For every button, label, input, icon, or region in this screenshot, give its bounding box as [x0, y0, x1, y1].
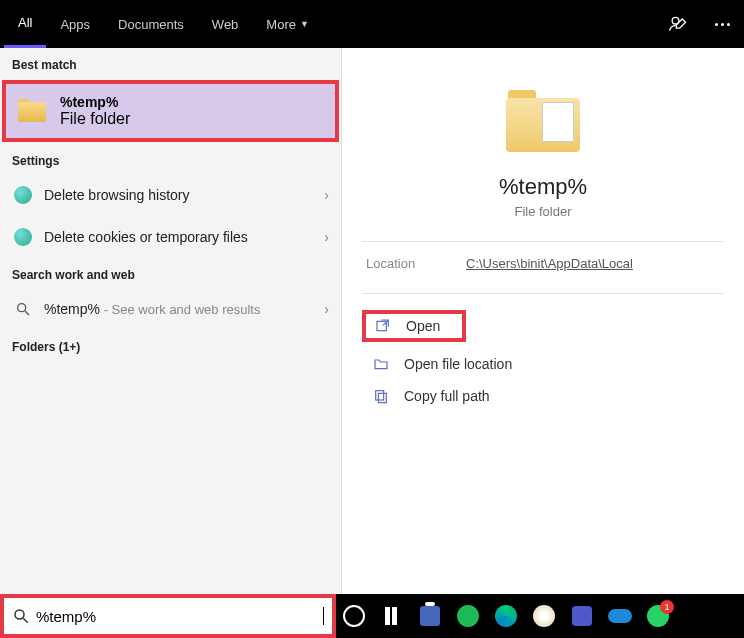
notification-badge: 1	[660, 600, 674, 614]
svg-rect-5	[378, 393, 386, 402]
action-copy-full-path[interactable]: Copy full path	[362, 380, 724, 412]
best-match-result[interactable]: %temp% File folder	[2, 80, 339, 142]
best-match-title: %temp%	[60, 94, 130, 110]
settings-item-delete-cookies[interactable]: Delete cookies or temporary files ›	[0, 216, 341, 258]
more-options-icon[interactable]	[710, 12, 734, 36]
preview-subtitle: File folder	[362, 204, 724, 219]
settings-header: Settings	[0, 144, 341, 174]
teams-icon[interactable]	[570, 604, 594, 628]
folders-header: Folders (1+)	[0, 330, 341, 360]
copy-icon	[372, 388, 390, 404]
tab-more[interactable]: More▼	[252, 0, 323, 48]
tab-apps[interactable]: Apps	[46, 0, 104, 48]
search-filter-tabs: All Apps Documents Web More▼	[0, 0, 744, 48]
action-open[interactable]: Open	[362, 310, 466, 342]
chevron-down-icon: ▼	[300, 19, 309, 29]
open-icon	[374, 318, 392, 334]
search-web-result[interactable]: %temp% - See work and web results ›	[0, 288, 341, 330]
folder-large-icon	[502, 88, 584, 156]
onedrive-icon[interactable]	[608, 604, 632, 628]
task-view-icon[interactable]	[380, 604, 404, 628]
globe-icon	[12, 184, 34, 206]
search-icon	[12, 298, 34, 320]
work-web-header: Search work and web	[0, 258, 341, 288]
preview-panel: %temp% File folder Location C:\Users\bin…	[342, 48, 744, 594]
settings-item-delete-history[interactable]: Delete browsing history ›	[0, 174, 341, 216]
search-box[interactable]	[0, 594, 336, 638]
svg-point-6	[15, 610, 24, 619]
divider	[362, 241, 724, 242]
best-match-header: Best match	[0, 48, 341, 78]
chevron-right-icon: ›	[324, 229, 329, 245]
svg-line-7	[23, 618, 28, 623]
cortana-icon[interactable]	[342, 604, 366, 628]
chevron-right-icon: ›	[324, 187, 329, 203]
divider	[362, 293, 724, 294]
location-label: Location	[366, 256, 466, 271]
whatsapp-icon[interactable]: 1	[646, 604, 670, 628]
best-match-subtitle: File folder	[60, 110, 130, 128]
search-input[interactable]	[36, 608, 323, 625]
search-icon	[12, 607, 30, 625]
spotify-icon[interactable]	[456, 604, 480, 628]
svg-rect-4	[376, 391, 384, 400]
text-caret	[323, 607, 324, 625]
preview-title: %temp%	[362, 174, 724, 200]
feedback-icon[interactable]	[666, 12, 690, 36]
svg-point-1	[18, 304, 26, 312]
tab-web[interactable]: Web	[198, 0, 253, 48]
store-icon[interactable]	[418, 604, 442, 628]
folder-open-icon	[372, 356, 390, 372]
results-panel: Best match %temp% File folder Settings D…	[0, 48, 342, 594]
paint-icon[interactable]	[532, 604, 556, 628]
folder-icon	[18, 97, 50, 125]
action-open-file-location[interactable]: Open file location	[362, 348, 724, 380]
globe-icon	[12, 226, 34, 248]
edge-icon[interactable]	[494, 604, 518, 628]
tab-all[interactable]: All	[4, 0, 46, 48]
tab-documents[interactable]: Documents	[104, 0, 198, 48]
taskbar: 1	[336, 594, 744, 638]
chevron-right-icon: ›	[324, 301, 329, 317]
bottom-bar: 1	[0, 594, 744, 638]
location-link[interactable]: C:\Users\binit\AppData\Local	[466, 256, 633, 271]
svg-line-2	[25, 311, 29, 315]
